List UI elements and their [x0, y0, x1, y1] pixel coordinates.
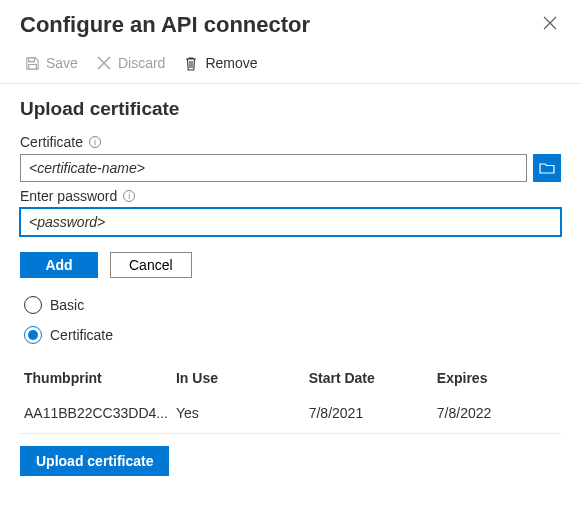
discard-icon: [96, 55, 112, 71]
remove-button[interactable]: Remove: [183, 55, 257, 71]
section-title: Upload certificate: [20, 98, 561, 120]
toolbar: Save Discard Remove: [0, 45, 581, 84]
save-button[interactable]: Save: [24, 55, 78, 71]
upload-certificate-section: Upload certificate Certificate i Enter p…: [0, 98, 581, 278]
certificate-label: Certificate: [20, 134, 83, 150]
radio-icon: [24, 326, 42, 344]
col-start[interactable]: Start Date: [305, 362, 433, 395]
cancel-button[interactable]: Cancel: [110, 252, 192, 278]
cell-expires: 7/8/2022: [433, 395, 561, 434]
auth-option-certificate-label: Certificate: [50, 327, 113, 343]
password-input[interactable]: [20, 208, 561, 236]
remove-icon: [183, 55, 199, 71]
discard-label: Discard: [118, 55, 165, 71]
auth-option-basic[interactable]: Basic: [24, 296, 557, 314]
auth-type-group: Basic Certificate: [0, 296, 581, 344]
col-in-use[interactable]: In Use: [172, 362, 305, 395]
cell-start: 7/8/2021: [305, 395, 433, 434]
save-label: Save: [46, 55, 78, 71]
save-icon: [24, 55, 40, 71]
page-title: Configure an API connector: [20, 12, 310, 38]
auth-option-certificate[interactable]: Certificate: [24, 326, 557, 344]
password-label: Enter password: [20, 188, 117, 204]
col-expires[interactable]: Expires: [433, 362, 561, 395]
remove-label: Remove: [205, 55, 257, 71]
close-icon: [543, 16, 557, 30]
cell-thumbprint: AA11BB22CC33DD4...: [20, 395, 172, 434]
certificate-table: Thumbprint In Use Start Date Expires AA1…: [0, 362, 581, 434]
browse-button[interactable]: [533, 154, 561, 182]
radio-icon: [24, 296, 42, 314]
certificate-input[interactable]: [20, 154, 527, 182]
folder-icon: [539, 162, 555, 174]
auth-option-basic-label: Basic: [50, 297, 84, 313]
discard-button[interactable]: Discard: [96, 55, 165, 71]
table-row[interactable]: AA11BB22CC33DD4... Yes 7/8/2021 7/8/2022: [20, 395, 561, 434]
close-button[interactable]: [539, 10, 561, 39]
col-thumbprint[interactable]: Thumbprint: [20, 362, 172, 395]
upload-certificate-button[interactable]: Upload certificate: [20, 446, 169, 476]
info-icon[interactable]: i: [123, 190, 135, 202]
info-icon[interactable]: i: [89, 136, 101, 148]
add-button[interactable]: Add: [20, 252, 98, 278]
cell-in-use: Yes: [172, 395, 305, 434]
